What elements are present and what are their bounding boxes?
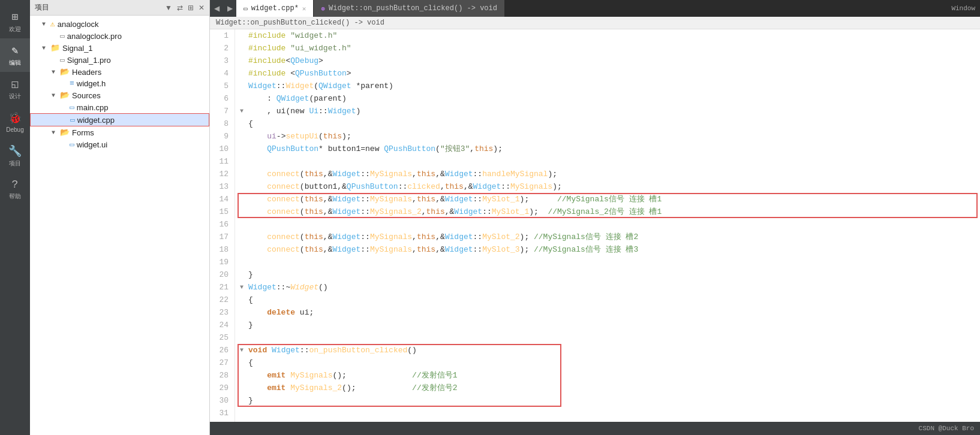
sync-icon[interactable]: ⇄ <box>177 4 183 12</box>
fold-placeholder <box>240 80 248 92</box>
code-line-24: } <box>240 319 980 331</box>
fold-arrow-21[interactable]: ▼ <box>240 281 248 294</box>
sidebar-item-debug[interactable]: 🐞 Debug <box>0 105 30 139</box>
code-text: * button1=new <box>318 143 384 155</box>
fold-placeholder <box>240 357 248 369</box>
sidebar-item-project[interactable]: 🔧 项目 <box>0 139 30 173</box>
ln-10: 10 <box>210 143 231 155</box>
ui-file-icon: ▭ <box>70 140 74 149</box>
func: MySignals <box>370 231 412 243</box>
func: MySlot_1 <box>492 206 529 218</box>
comment: //发射信号1 <box>412 369 457 382</box>
tab-widget-cpp[interactable]: ▭ widget.cpp* ✕ <box>236 0 314 17</box>
code-text: , <box>412 193 417 206</box>
fold-arrow-26[interactable]: ▼ <box>240 344 248 357</box>
fold-arrow-7[interactable]: ▼ <box>240 105 248 117</box>
tree-item-headers[interactable]: ▼ 📂 Headers <box>30 66 209 78</box>
tab-prev-button[interactable]: ◀ <box>210 0 223 17</box>
tree-item-label: widget.h <box>77 79 106 88</box>
code-wrapper[interactable]: #include "widget.h" #include "ui_widget.… <box>235 29 980 422</box>
layout-icon[interactable]: ⊞ <box>188 4 194 12</box>
code-text: ); <box>529 206 548 218</box>
code-text: (); <box>332 369 412 382</box>
code-line-5: Widget::Widget(QWidget *parent) <box>240 80 980 92</box>
fold-placeholder <box>240 193 248 206</box>
include-kw: #include <box>248 29 290 42</box>
code-editor[interactable]: 1 2 3 4 5 6 7 8 9 10 11 12 13 14 15 16 1… <box>210 29 980 422</box>
class-name: QPushButton <box>384 143 435 155</box>
expand-arrow[interactable]: ▼ <box>42 45 50 52</box>
code-text: ); <box>552 180 562 193</box>
tree-item-signal1[interactable]: ▼ 📁 Signal_1 <box>30 42 209 54</box>
ln-18: 18 <box>210 243 231 256</box>
sidebar-item-help[interactable]: ? 帮助 <box>0 173 30 206</box>
ln-5: 5 <box>210 80 231 92</box>
filter-icon[interactable]: ▼ <box>165 4 172 12</box>
ln-30: 30 <box>210 394 231 407</box>
sidebar-item-design[interactable]: ◱ 设计 <box>0 72 30 105</box>
code-line-12: connect(this,&Widget::MySignals,this,&Wi… <box>240 168 980 180</box>
comment: //发射信号2 <box>412 382 457 394</box>
code-text: :: <box>360 231 370 243</box>
tree-item-widget-h[interactable]: ≡ widget.h <box>30 78 209 89</box>
file-tree-header-icons: ▼ ⇄ ⊞ ✕ <box>165 4 205 12</box>
code-text: , ui(new <box>248 105 309 117</box>
code-text: ::~ <box>276 281 290 294</box>
code-text: < <box>290 67 295 80</box>
tree-item-forms[interactable]: ▼ 📂 Forms <box>30 126 209 138</box>
code-text <box>248 306 267 319</box>
class-name: Widget <box>248 281 276 294</box>
include-kw: #include <box>248 67 290 80</box>
tree-item-main-cpp[interactable]: ▭ main.cpp <box>30 101 209 113</box>
func: MySlot_1 <box>482 193 519 206</box>
close-icon[interactable]: ✕ <box>199 4 205 12</box>
func-name: on_pushButton_clicked <box>309 344 407 357</box>
comment: //MySignals信号 连接 槽1 <box>557 193 662 206</box>
func-name: Widget <box>290 281 318 294</box>
expand-arrow[interactable]: ▼ <box>52 69 60 75</box>
expand-arrow[interactable]: ▼ <box>52 92 60 99</box>
tree-item-analogclock[interactable]: ▼ ⚠ analogclock <box>30 18 209 30</box>
code-text: (button1,& <box>300 180 347 193</box>
class-name: QPushButton <box>295 67 347 80</box>
breadcrumb-bar: Widget::on_pushButton_clicked() -> void <box>210 17 980 29</box>
code-text: :: <box>473 168 483 180</box>
expand-arrow[interactable]: ▼ <box>52 129 60 136</box>
fold-placeholder <box>240 231 248 243</box>
no-arrow <box>52 57 60 64</box>
fold-placeholder <box>240 92 248 105</box>
help-icon: ? <box>12 179 19 191</box>
tree-item-widget-ui[interactable]: ▭ widget.ui <box>30 138 209 150</box>
comment: //MySignals信号 连接 槽3 <box>534 243 638 256</box>
code-text <box>248 130 267 143</box>
fold-placeholder <box>240 306 248 319</box>
ln-3: 3 <box>210 55 231 67</box>
tab-signal-func[interactable]: ⊛ Widget::on_pushButton_clicked() -> voi… <box>314 0 504 17</box>
code-line-27: { <box>240 357 980 369</box>
kw: this <box>417 193 435 206</box>
code-text: ( <box>318 130 323 143</box>
code-text: () <box>407 344 417 357</box>
sidebar-item-welcome[interactable]: ⊞ 欢迎 <box>0 5 30 38</box>
code-line-25 <box>240 331 980 344</box>
var: ui <box>267 130 276 143</box>
tree-container: ▼ ⚠ analogclock ▭ analogclock.pro ▼ 📁 Si… <box>30 16 209 435</box>
code-line-7: ▼ , ui(new Ui::Widget) <box>240 105 980 117</box>
code-text: , <box>412 231 417 243</box>
tree-item-signal1-pro[interactable]: ▭ Signal_1.pro <box>30 54 209 66</box>
tab-close-button[interactable]: ✕ <box>302 5 306 13</box>
folder-icon: 📁 <box>50 43 60 53</box>
tree-item-widget-cpp[interactable]: ▭ widget.cpp <box>30 113 209 126</box>
tree-item-analogclock-pro[interactable]: ▭ analogclock.pro <box>30 30 209 42</box>
tree-item-sources[interactable]: ▼ 📂 Sources <box>30 89 209 101</box>
warning-icon: ⚠ <box>50 19 55 29</box>
tab-label-signal-func: Widget::on_pushButton_clicked() -> void <box>329 4 497 13</box>
code-line-21: ▼ Widget::~Widget() <box>240 281 980 294</box>
code-text: } <box>248 394 253 407</box>
sidebar-item-edit[interactable]: ✎ 编辑 <box>0 38 30 72</box>
comment: //MySignals_2信号 连接 槽1 <box>548 206 662 218</box>
expand-arrow[interactable]: ▼ <box>42 21 50 28</box>
tab-next-button[interactable]: ▶ <box>223 0 236 17</box>
fold-placeholder <box>240 206 248 218</box>
fold-placeholder <box>240 130 248 143</box>
